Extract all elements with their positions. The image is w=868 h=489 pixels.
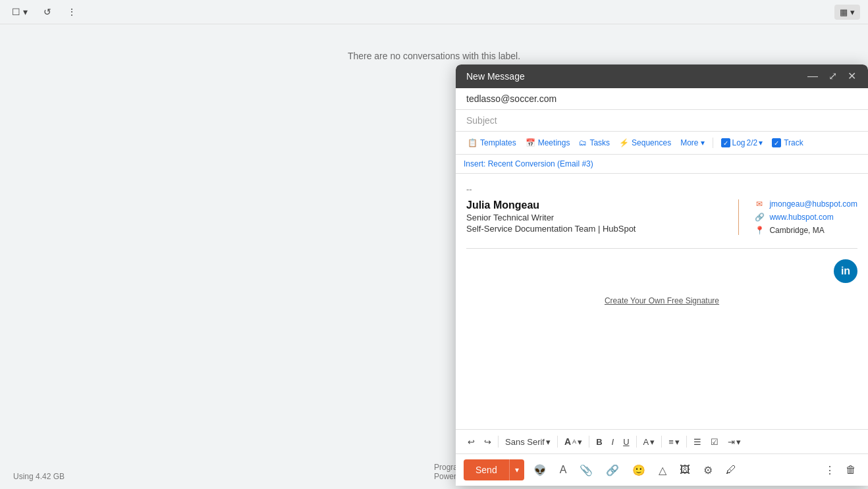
sig-left: Julia Mongeau Senior Technical Writer Se… <box>466 199 722 235</box>
insert-link[interactable]: Insert: Recent Conversion (Email #3) <box>464 159 593 168</box>
sig-email-row: ✉ jmongeau@hubspot.com <box>755 199 857 209</box>
delete-button[interactable]: 🗑 <box>842 460 860 480</box>
sig-company: Self-Service Documentation Team | HubSpo… <box>466 224 722 234</box>
signature-pen-button[interactable]: 🖊 <box>722 460 740 480</box>
toolbar-right: ▦ ▾ <box>834 5 860 20</box>
paperclip-icon: 📎 <box>580 464 593 476</box>
track-button[interactable]: ✓ Track <box>768 136 807 150</box>
sequences-label: Sequences <box>632 138 671 147</box>
emoji-send-button[interactable]: 👽 <box>529 460 551 480</box>
expand-icon: ⤢ <box>828 70 837 82</box>
image-button[interactable]: 🖼 <box>676 460 694 480</box>
drive-icon: △ <box>659 464 666 476</box>
format-toolbar: ↩ ↪ Sans Serif ▾ A A ▾ B I U A ▾ <box>456 429 868 453</box>
checkbox-icon: ☐ <box>12 7 20 17</box>
log-dropdown-arrow: ▾ <box>759 138 763 147</box>
expand-button[interactable]: ⤢ <box>827 70 838 83</box>
more-icon: ⋮ <box>67 7 76 17</box>
compose-body[interactable]: -- Julia Mongeau Senior Technical Writer… <box>456 174 868 429</box>
meetings-label: Meetings <box>538 138 570 147</box>
more-send-button[interactable]: ⋮ <box>821 460 839 480</box>
signature-block: Julia Mongeau Senior Technical Writer Se… <box>466 199 857 235</box>
align-arrow: ▾ <box>675 437 680 447</box>
send-toolbar: Send ▾ 👽 A 📎 🔗 🙂 △ 🖼 ⚙ 🖊 <box>456 453 868 486</box>
attach-button[interactable]: 📎 <box>576 460 597 480</box>
font-color-arrow: ▾ <box>650 437 655 447</box>
emoji-button[interactable]: 🙂 <box>628 460 649 480</box>
align-icon: ≡ <box>668 437 674 447</box>
font-size-dropdown[interactable]: A A ▾ <box>560 434 586 450</box>
link-button[interactable]: 🔗 <box>602 460 623 480</box>
compose-controls: — ⤢ ✕ <box>806 70 857 83</box>
compose-to-field[interactable]: tedlasso@soccer.com <box>456 88 868 110</box>
grid-view-button[interactable]: ▦ ▾ <box>834 5 860 20</box>
sig-separator: -- <box>466 184 857 194</box>
grid-icon: ▦ <box>840 7 848 17</box>
format-sep-3 <box>589 436 589 448</box>
close-button[interactable]: ✕ <box>846 70 857 83</box>
indent-arrow: ▾ <box>736 437 741 447</box>
track-label: Track <box>784 138 803 147</box>
templates-label: Templates <box>480 138 516 147</box>
more-button[interactable]: More ▾ <box>676 136 709 150</box>
log-label: Log <box>732 138 745 147</box>
italic-button[interactable]: I <box>608 434 618 450</box>
linkedin-badge[interactable]: in <box>834 259 857 283</box>
minimize-button[interactable]: — <box>806 70 819 83</box>
compose-window: New Message — ⤢ ✕ tedlasso@soccer.com Su… <box>456 64 868 486</box>
format-sep-2 <box>557 436 558 448</box>
format-sep-4 <box>636 436 637 448</box>
compose-header: New Message — ⤢ ✕ <box>456 64 868 88</box>
templates-button[interactable]: 📋 Templates <box>464 136 520 150</box>
tasks-icon: 🗂 <box>579 138 587 147</box>
drive-button[interactable]: △ <box>655 460 670 480</box>
sig-website-link[interactable]: www.hubspot.com <box>769 213 833 222</box>
sig-location-text: Cambridge, MA <box>769 226 824 235</box>
sig-bottom-line <box>466 248 857 249</box>
meetings-button[interactable]: 📅 Meetings <box>522 136 574 150</box>
sig-name: Julia Mongeau <box>466 199 722 211</box>
meetings-icon: 📅 <box>526 138 535 147</box>
checkbox-toggle-button[interactable]: ☐ ▾ <box>8 4 32 20</box>
compose-title: New Message <box>466 71 525 82</box>
storage-text: Using 4.42 GB <box>13 472 65 481</box>
font-color-send-button[interactable]: A <box>556 460 571 480</box>
to-value: tedlasso@soccer.com <box>466 93 556 104</box>
linkedin-icon: in <box>841 265 850 277</box>
tasks-button[interactable]: 🗂 Tasks <box>575 136 614 150</box>
compose-subject-field[interactable]: Subject <box>456 110 868 132</box>
refresh-button[interactable]: ↺ <box>40 4 55 20</box>
more-options-button[interactable]: ⋮ <box>63 4 80 20</box>
more-label: More <box>680 138 698 147</box>
grid-dropdown-arrow: ▾ <box>850 7 855 17</box>
log-button[interactable]: ✓ Log 2/2 ▾ <box>717 136 767 150</box>
bold-icon: B <box>596 437 602 447</box>
sig-email-link[interactable]: jmongeau@hubspot.com <box>769 199 857 209</box>
font-family-dropdown[interactable]: Sans Serif ▾ <box>501 434 555 450</box>
website-icon: 🔗 <box>755 213 764 222</box>
font-family-label: Sans Serif <box>505 437 545 447</box>
link-icon: 🔗 <box>606 464 619 476</box>
location-icon: 📍 <box>755 226 764 235</box>
indent-dropdown[interactable]: ⇥ ▾ <box>724 434 745 450</box>
bold-button[interactable]: B <box>592 434 606 450</box>
underline-icon: U <box>623 437 629 447</box>
hubspot-button[interactable]: ⚙ <box>699 460 717 480</box>
underline-button[interactable]: U <box>619 434 633 450</box>
image-icon: 🖼 <box>680 464 690 476</box>
top-toolbar: ☐ ▾ ↺ ⋮ ▦ ▾ <box>0 0 868 24</box>
redo-button[interactable]: ↪ <box>480 434 495 450</box>
checklist-button[interactable]: ☑ <box>707 434 722 450</box>
track-check-icon: ✓ <box>772 138 781 147</box>
sequences-button[interactable]: ⚡ Sequences <box>615 136 675 150</box>
send-button[interactable]: Send <box>464 459 509 480</box>
more-dropdown-icon: ▾ <box>701 138 705 147</box>
create-signature-link[interactable]: Create Your Own Free Signature <box>466 296 857 305</box>
bullets-button[interactable]: ☰ <box>690 434 705 450</box>
align-dropdown[interactable]: ≡ ▾ <box>665 434 684 450</box>
undo-button[interactable]: ↩ <box>464 434 479 450</box>
font-color-dropdown[interactable]: A ▾ <box>639 434 659 450</box>
send-dropdown-button[interactable]: ▾ <box>509 459 524 480</box>
alien-emoji-icon: 👽 <box>533 464 547 476</box>
log-check-icon: ✓ <box>721 138 730 147</box>
